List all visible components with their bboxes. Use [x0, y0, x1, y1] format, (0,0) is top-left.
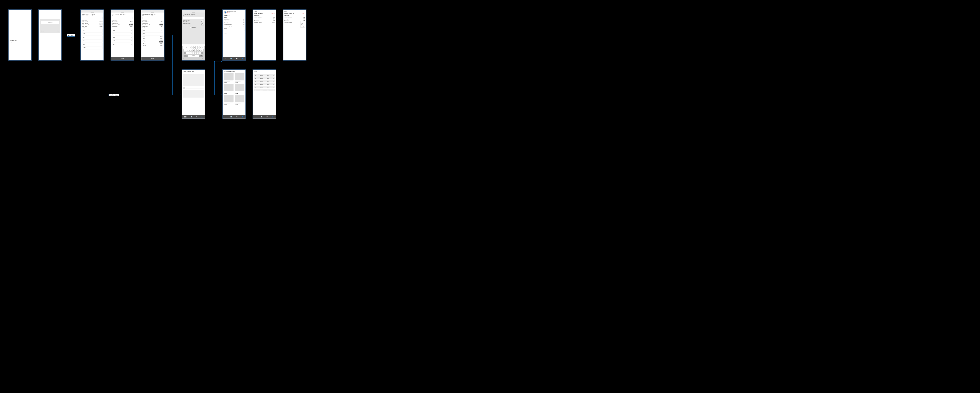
screen-auth: Create Account Login: [8, 10, 32, 61]
flow-arrow: [206, 95, 222, 95]
feed-hero[interactable]: [183, 74, 204, 86]
done-button[interactable]: Done: [111, 57, 134, 60]
league-nhl[interactable]: NHL+: [82, 40, 102, 42]
flow-arrow: [120, 95, 181, 95]
league-ncaaf[interactable]: NCAAF+: [82, 46, 102, 49]
screen-feed: Daily cover and Feed FEED 📊 📖 👤: [181, 69, 205, 119]
issue-tile[interactable]: Issue 1: [224, 73, 234, 83]
logout-button[interactable]: Logout: [228, 12, 235, 13]
toggle[interactable]: [243, 21, 245, 21]
screen-code: Email/Code Cancel Next: [38, 10, 62, 61]
login-box: Email/Code Cancel Next: [40, 19, 60, 33]
avatar: 👤: [224, 11, 227, 14]
search-input[interactable]: [142, 17, 163, 19]
screen-team-settings-dropdown: ‹Back Seattle Sounders FC Unfollow Team …: [283, 10, 307, 61]
notif-sub: Pick the team that you want to follow: [82, 15, 102, 16]
keyboard[interactable]: QWERTYUIOP ASDFGHJKL ⬆ZXCVBNM⌫ 123 space…: [182, 46, 205, 60]
chevron-right-icon: ›: [244, 30, 244, 30]
nav-profile-icon[interactable]: 👤: [201, 116, 202, 118]
nav-home-icon[interactable]: ▭: [225, 58, 226, 59]
load-more[interactable]: Load More: [82, 27, 102, 28]
screen-notif-leagues: Notification Preference Pick the team th…: [80, 10, 104, 61]
back-button[interactable]: ‹Back: [283, 10, 306, 13]
screen-issues: Daily cover and Feed Issue 1 Issue 2 Iss…: [222, 69, 246, 119]
screen-profile: 👤 Username/email Logout Preference Gener…: [222, 10, 246, 61]
league-mls[interactable]: MLS+: [82, 43, 102, 46]
existing-users-label: Existing Users: [109, 94, 119, 96]
search-input[interactable]: [82, 17, 102, 19]
nav-stats-icon[interactable]: 📊: [191, 116, 192, 118]
issue-tile[interactable]: Issue 2: [235, 73, 245, 83]
toggle[interactable]: [243, 19, 245, 19]
toggle[interactable]: [243, 22, 245, 23]
follow-button[interactable]: Follow: [100, 21, 102, 22]
team-row[interactable]: Seattle Kraken›: [223, 33, 245, 35]
new-users-label: New Users: [67, 34, 75, 37]
unfollow-button[interactable]: Unfollow: [301, 13, 305, 14]
flow-arrow: [247, 95, 252, 95]
issue-tile[interactable]: Issue 6: [235, 95, 245, 105]
back-button[interactable]: ‹Back: [253, 10, 276, 13]
team-row[interactable]: Seattle Seahawks›: [223, 31, 245, 33]
league-mlb[interactable]: MLB+: [82, 36, 102, 39]
nav-library-icon[interactable]: 📖: [236, 58, 237, 59]
clear-search-button[interactable]: Clear Search: [191, 27, 197, 28]
unfollow-button[interactable]: Unfollow: [271, 13, 275, 14]
league-nba[interactable]: NBA+: [82, 32, 102, 35]
score-row[interactable]: 12warriorsLakers20: [254, 74, 275, 76]
feed-avatar: [183, 87, 185, 89]
screen-nba-expanded: Notification Preference Pick the team th…: [141, 10, 164, 61]
issue-tile[interactable]: Issue 5: [224, 95, 234, 105]
follow-button[interactable]: Follow: [100, 26, 102, 27]
screen-search-keyboard: Notification Preference Pick the team th…: [181, 10, 205, 61]
login-link[interactable]: Login: [10, 42, 30, 43]
search-input[interactable]: [112, 17, 133, 19]
nav-library-icon[interactable]: 📖: [196, 116, 197, 118]
mic-icon[interactable]: 🎤: [202, 58, 204, 59]
notif-title: Notification Preference: [82, 14, 102, 15]
following-button[interactable]: Following: [129, 24, 133, 25]
follow-button[interactable]: Follow: [100, 24, 102, 25]
emoji-icon[interactable]: ☺: [183, 58, 184, 59]
nav-feed[interactable]: FEED: [184, 116, 186, 118]
toggle[interactable]: [243, 24, 245, 25]
issue-tile[interactable]: Issue 3: [224, 84, 234, 94]
search-input[interactable]: [183, 17, 204, 19]
cancel-button[interactable]: Cancel: [41, 30, 44, 32]
issue-tile[interactable]: Issue 4: [235, 84, 245, 94]
done-button[interactable]: Done: [141, 57, 164, 60]
screen-score: Score 12warriorsLakers20 12warriorsLaker…: [253, 69, 276, 119]
screen-team-settings: ‹Back Seattle Sounders FC Unfollow Team …: [253, 10, 276, 61]
nav-profile-icon[interactable]: 👤: [242, 58, 243, 59]
flow-arrow: [50, 95, 108, 95]
screen-notif-done: Notification Preference Pick the team th…: [110, 10, 134, 61]
team-row[interactable]: Seattle Sounders FC›: [223, 29, 245, 31]
flow-arrow: [172, 35, 173, 95]
follow-button[interactable]: Follow: [100, 23, 102, 24]
email-code-input[interactable]: Email/Code: [41, 21, 59, 24]
next-button[interactable]: Next: [57, 30, 59, 32]
shift-key[interactable]: ⬆: [184, 52, 186, 54]
backspace-key[interactable]: ⌫: [201, 52, 203, 54]
create-account-link[interactable]: Create Account: [10, 40, 30, 41]
nav-stats-icon[interactable]: 📊: [231, 58, 232, 59]
league-nfl[interactable]: NFL+: [82, 29, 102, 32]
frequency-dropdown[interactable]: Instant Daily Weekly Monthly: [301, 21, 305, 27]
bottom-nav: ▭ 📊 📖 👤: [223, 57, 245, 60]
